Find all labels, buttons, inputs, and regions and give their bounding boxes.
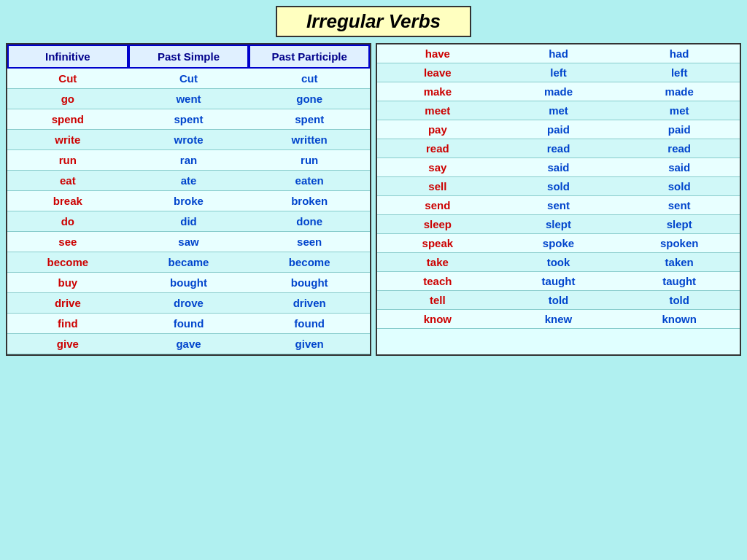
- cell-past-simple: became: [128, 252, 249, 272]
- table-row: sendsentsent: [377, 196, 740, 215]
- cell-infinitive: say: [377, 158, 498, 176]
- cell-infinitive: drive: [7, 293, 128, 313]
- table-row: drivedrovedriven: [7, 293, 370, 314]
- cell-past-participle: become: [249, 252, 370, 272]
- cell-past-simple: took: [498, 253, 619, 271]
- cell-infinitive: go: [7, 89, 128, 109]
- cell-infinitive: see: [7, 232, 128, 252]
- cell-past-simple: slept: [498, 215, 619, 233]
- cell-infinitive: take: [377, 253, 498, 271]
- table-row: sleepsleptslept: [377, 215, 740, 234]
- cell-past-simple: paid: [498, 120, 619, 139]
- cell-past-simple: sent: [498, 196, 619, 214]
- cell-past-simple: read: [498, 139, 619, 158]
- cell-infinitive: become: [7, 252, 128, 272]
- cell-past-participle: run: [249, 150, 370, 170]
- table-row: CutCutcut: [7, 69, 370, 89]
- cell-infinitive: sleep: [377, 215, 498, 233]
- cell-past-simple: broke: [128, 191, 249, 211]
- table-row: paypaidpaid: [377, 120, 740, 139]
- cell-infinitive: eat: [7, 171, 128, 190]
- table-row: sellsoldsold: [377, 177, 740, 196]
- cell-past-simple: spoke: [498, 234, 619, 252]
- cell-past-participle: gone: [249, 89, 370, 109]
- cell-infinitive: buy: [7, 273, 128, 292]
- table-row: readreadread: [377, 139, 740, 158]
- table-row: meetmetmet: [377, 101, 740, 120]
- table-row: knowknewknown: [377, 310, 740, 329]
- cell-past-participle: spoken: [619, 234, 740, 252]
- cell-past-simple: did: [128, 211, 249, 231]
- table-row: givegavegiven: [7, 334, 370, 354]
- cell-past-participle: slept: [619, 215, 740, 233]
- cell-past-simple: ate: [128, 171, 249, 190]
- cell-past-participle: had: [619, 44, 740, 63]
- cell-past-simple: met: [498, 101, 619, 120]
- page-title: Irregular Verbs: [276, 6, 471, 37]
- cell-past-participle: made: [619, 82, 740, 101]
- cell-past-participle: bought: [249, 273, 370, 292]
- cell-infinitive: send: [377, 196, 498, 214]
- cell-past-participle: taken: [619, 253, 740, 271]
- cell-past-simple: wrote: [128, 130, 249, 149]
- table-row: dodiddone: [7, 211, 370, 232]
- right-table-body: havehadhadleaveleftleftmakemademademeetm…: [377, 44, 740, 329]
- table-row: spendspentspent: [7, 109, 370, 130]
- cell-past-simple: made: [498, 82, 619, 101]
- cell-past-participle: given: [249, 334, 370, 354]
- cell-past-participle: driven: [249, 293, 370, 313]
- cell-past-participle: seen: [249, 232, 370, 252]
- cell-past-simple: said: [498, 158, 619, 176]
- cell-infinitive: spend: [7, 109, 128, 129]
- table-row: buyboughtbought: [7, 273, 370, 293]
- cell-past-simple: sold: [498, 177, 619, 195]
- cell-past-participle: eaten: [249, 171, 370, 190]
- table-row: makemademade: [377, 82, 740, 101]
- cell-past-participle: read: [619, 139, 740, 158]
- cell-past-participle: paid: [619, 120, 740, 139]
- cell-past-simple: taught: [498, 272, 619, 290]
- cell-past-simple: found: [128, 314, 249, 333]
- cell-past-participle: cut: [249, 69, 370, 88]
- cell-infinitive: leave: [377, 63, 498, 82]
- left-table-body: CutCutcutgowentgonespendspentspentwritew…: [7, 69, 370, 354]
- cell-past-participle: taught: [619, 272, 740, 290]
- cell-past-participle: found: [249, 314, 370, 333]
- cell-infinitive: make: [377, 82, 498, 101]
- cell-infinitive: break: [7, 191, 128, 211]
- cell-past-simple: saw: [128, 232, 249, 252]
- right-table: havehadhadleaveleftleftmakemademademeetm…: [376, 43, 741, 356]
- cell-past-simple: bought: [128, 273, 249, 292]
- table-row: findfoundfound: [7, 314, 370, 334]
- cell-past-participle: spent: [249, 109, 370, 129]
- table-row: becomebecamebecome: [7, 252, 370, 273]
- cell-past-simple: went: [128, 89, 249, 109]
- cell-past-simple: Cut: [128, 69, 249, 88]
- table-row: runranrun: [7, 150, 370, 171]
- cell-infinitive: write: [7, 130, 128, 149]
- main-content: Infinitive Past Simple Past Participle C…: [6, 43, 741, 356]
- left-table: Infinitive Past Simple Past Participle C…: [6, 43, 371, 356]
- cell-past-participle: told: [619, 291, 740, 309]
- cell-past-participle: written: [249, 130, 370, 149]
- header-infinitive: Infinitive: [7, 44, 128, 69]
- cell-infinitive: have: [377, 44, 498, 63]
- cell-infinitive: Cut: [7, 69, 128, 88]
- table-row: leaveleftleft: [377, 63, 740, 82]
- cell-past-simple: told: [498, 291, 619, 309]
- table-row: seesawseen: [7, 232, 370, 252]
- table-row: havehadhad: [377, 44, 740, 63]
- cell-past-participle: sent: [619, 196, 740, 214]
- table-row: teachtaughttaught: [377, 272, 740, 291]
- table-row: speakspokespoken: [377, 234, 740, 253]
- table-row: telltoldtold: [377, 291, 740, 310]
- cell-infinitive: sell: [377, 177, 498, 195]
- table-row: saysaidsaid: [377, 158, 740, 177]
- cell-past-participle: done: [249, 211, 370, 231]
- cell-infinitive: give: [7, 334, 128, 354]
- cell-past-simple: spent: [128, 109, 249, 129]
- cell-infinitive: read: [377, 139, 498, 158]
- cell-infinitive: run: [7, 150, 128, 170]
- cell-past-participle: met: [619, 101, 740, 120]
- cell-infinitive: pay: [377, 120, 498, 139]
